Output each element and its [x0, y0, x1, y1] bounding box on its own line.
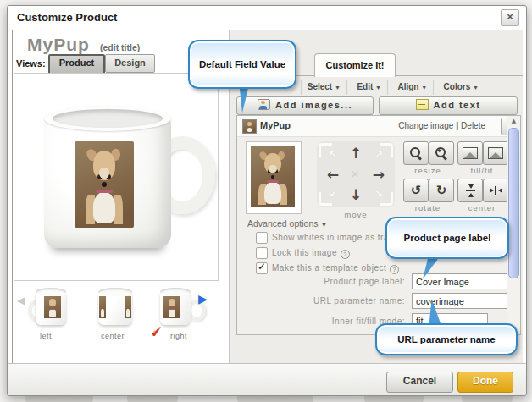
url-parameter-name-input[interactable]	[412, 293, 515, 309]
dog-photo	[125, 296, 131, 318]
scrollbar-thumb[interactable]	[508, 128, 519, 278]
zoom-in-button[interactable]: +	[429, 141, 454, 165]
image-icon	[258, 99, 270, 110]
view-product-button[interactable]: Product	[48, 54, 105, 74]
dog-photo	[75, 141, 134, 228]
change-image-link[interactable]: Change image	[398, 121, 453, 130]
resize-label: resize	[403, 166, 452, 175]
tab-customize-it[interactable]: Customize It!	[314, 53, 396, 77]
thumbnails-prev-icon[interactable]: ◀	[17, 295, 25, 306]
scroll-up-icon[interactable]: ▲	[507, 118, 520, 124]
fill-image-icon	[463, 147, 478, 159]
object-thumbnail-icon	[242, 119, 257, 134]
help-icon[interactable]: ?	[341, 250, 350, 259]
checkmark-icon: ✓	[258, 261, 266, 273]
thumbnail-label-center: center	[101, 332, 125, 340]
move-right-icon[interactable]: →	[373, 168, 385, 182]
rotate-ccw-icon: ↺	[411, 184, 422, 197]
edit-title-link[interactable]: (edit title)	[100, 42, 140, 52]
rotate-left-button[interactable]: ↺	[403, 179, 429, 202]
move-down-icon[interactable]: ↓	[350, 188, 362, 202]
move-label: move	[317, 210, 395, 219]
cancel-button[interactable]: Cancel	[386, 372, 453, 393]
menu-select[interactable]: Select ▼	[301, 80, 347, 95]
menu-bar: Select ▼ Edit ▼ Align ▼ Colors ▼	[301, 78, 485, 93]
rotate-right-button[interactable]: ↻	[429, 179, 454, 202]
chevron-down-icon: ▼	[335, 85, 341, 91]
move-pad: ↖ ↑ ↗ ← ✕ → ↙ ↓ ↘	[317, 141, 395, 207]
callout-default-field-value: Default Field Value	[188, 40, 296, 89]
object-header: MyPup Change image|Delete	[237, 116, 507, 137]
zoom-out-button[interactable]: -	[403, 141, 429, 165]
checkbox-template-label: Make this a template object	[272, 263, 386, 273]
url-parameter-name-label: URL parameter name:	[237, 296, 405, 306]
fit-image-icon	[488, 147, 503, 159]
chevron-down-icon: ▼	[473, 85, 479, 91]
rotate-label: rotate	[403, 203, 452, 212]
fit-button[interactable]	[483, 141, 508, 165]
center-horizontal-button[interactable]	[483, 179, 508, 202]
fillfit-label: fill/fit	[457, 166, 507, 175]
views-label: Views:	[16, 58, 46, 69]
rotate-cw-icon: ↻	[436, 184, 447, 197]
dog-photo	[99, 296, 106, 318]
help-icon[interactable]: ?	[390, 265, 399, 274]
thumbnails-next-icon[interactable]: ▶	[198, 292, 208, 306]
menu-colors[interactable]: Colors ▼	[438, 80, 485, 95]
chevron-down-icon: ▼	[375, 85, 381, 91]
move-up-left-icon[interactable]: ↖	[329, 150, 337, 160]
checkbox-lock-image[interactable]	[256, 247, 268, 259]
add-images-button[interactable]: Add images...	[236, 96, 374, 115]
menu-edit[interactable]: Edit ▼	[351, 80, 388, 95]
center-vertical-icon	[464, 184, 477, 197]
selected-image-thumbnail	[246, 141, 302, 214]
dog-photo	[251, 146, 295, 207]
move-down-right-icon[interactable]: ↘	[374, 189, 383, 199]
menu-align[interactable]: Align ▼	[391, 80, 434, 95]
callout-product-page-label: Product page label	[385, 217, 509, 259]
center-label: center	[457, 203, 507, 212]
product-preview	[14, 73, 219, 281]
mug-preview	[36, 104, 205, 269]
magnifier-plus-icon: +	[435, 147, 448, 160]
center-vertical-button[interactable]	[457, 179, 483, 202]
done-button[interactable]: Done	[457, 372, 513, 393]
fill-button[interactable]	[457, 141, 483, 165]
note-icon	[416, 99, 429, 110]
view-thumbnail-center[interactable]	[93, 286, 141, 328]
move-up-right-icon[interactable]: ↗	[374, 150, 383, 160]
chevron-down-icon: ▼	[320, 221, 327, 229]
center-horizontal-icon	[490, 184, 502, 197]
product-title: MyPup	[27, 35, 90, 55]
dog-photo	[163, 296, 180, 318]
move-left-icon[interactable]: ←	[327, 168, 339, 182]
move-up-icon[interactable]: ↑	[350, 146, 362, 161]
view-design-button[interactable]: Design	[105, 54, 155, 73]
dialog-footer: Cancel Done	[8, 363, 526, 395]
advanced-options-toggle[interactable]: Advanced options ▼	[247, 218, 327, 229]
checkbox-show-whites[interactable]	[256, 232, 268, 244]
thumbnail-label-right: right	[170, 332, 187, 340]
dog-photo	[44, 296, 61, 318]
add-text-button[interactable]: Add text	[379, 96, 518, 115]
magnifier-minus-icon: -	[410, 147, 423, 160]
move-down-left-icon[interactable]: ↙	[329, 189, 337, 199]
thumbnail-label-left: left	[40, 332, 52, 340]
dialog-title: Customize Product	[17, 11, 117, 24]
dialog-titlebar: Customize Product ×	[8, 6, 526, 29]
callout-url-parameter-name: URL parameter name	[375, 323, 518, 355]
checkbox-lock-label: Lock this image	[272, 248, 337, 257]
product-page-label-label: Product page label:	[237, 277, 405, 286]
view-thumbnail-left[interactable]	[28, 286, 75, 328]
close-icon[interactable]: ×	[501, 9, 519, 26]
delete-link[interactable]: Delete	[461, 121, 485, 130]
move-center-icon: ✕	[351, 169, 359, 179]
checkbox-template-object[interactable]: ✓	[256, 262, 268, 274]
object-name: MyPup	[260, 120, 291, 130]
callout-tail	[429, 299, 444, 326]
chevron-down-icon: ▼	[421, 85, 427, 91]
checkbox-show-whites-label: Show whites in image as tra	[272, 233, 389, 242]
